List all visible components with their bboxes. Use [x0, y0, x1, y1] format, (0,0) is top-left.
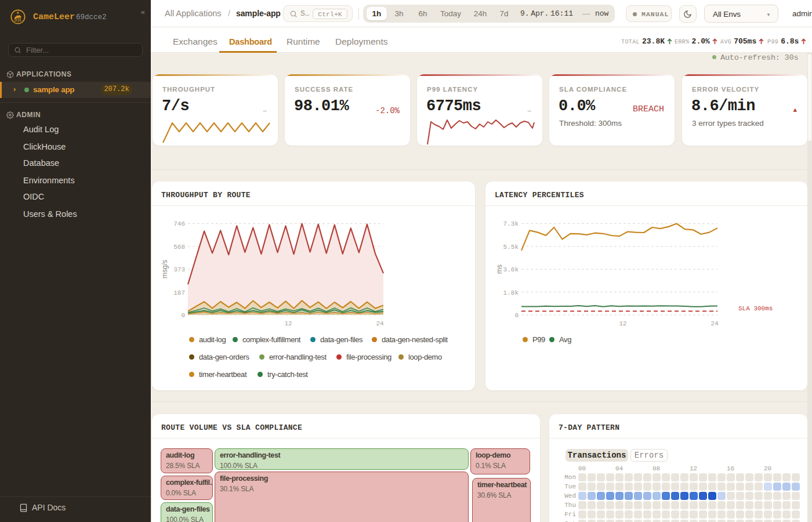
- svg-text:24: 24: [710, 320, 719, 327]
- svg-text:0: 0: [514, 312, 519, 319]
- svg-text:0: 0: [181, 312, 185, 319]
- svg-text:746: 746: [173, 220, 185, 227]
- svg-text:ms: ms: [495, 264, 503, 274]
- svg-text:187: 187: [173, 289, 185, 296]
- svg-text:7.3k: 7.3k: [503, 220, 519, 227]
- svg-text:msg/s: msg/s: [161, 260, 169, 278]
- svg-text:1.8k: 1.8k: [503, 289, 519, 296]
- svg-text:12: 12: [619, 320, 626, 327]
- svg-text:SLA 300ms: SLA 300ms: [738, 305, 773, 312]
- svg-text:5.5k: 5.5k: [503, 244, 519, 251]
- svg-text:24: 24: [376, 320, 384, 327]
- svg-text:12: 12: [284, 320, 292, 327]
- svg-text:568: 568: [173, 244, 185, 251]
- svg-text:373: 373: [173, 266, 185, 273]
- svg-text:3.6k: 3.6k: [503, 266, 519, 273]
